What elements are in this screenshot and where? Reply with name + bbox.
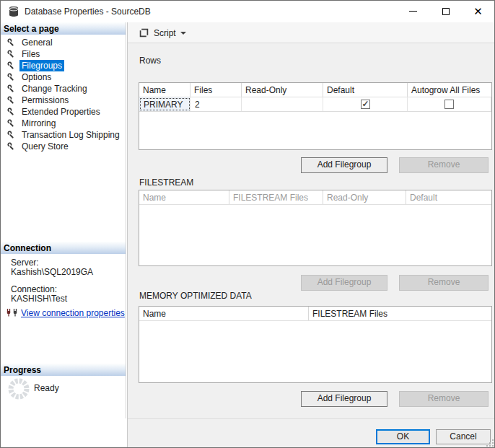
sidebar-item-label: Transaction Log Shipping <box>19 129 122 141</box>
script-icon <box>139 27 149 38</box>
column-header-files: Files <box>190 83 242 97</box>
column-header-name: Name <box>139 83 190 97</box>
sidebar-item-query-store[interactable]: Query Store <box>1 141 126 152</box>
progress-status: Ready <box>34 383 59 393</box>
column-header-name: Name <box>139 307 309 320</box>
files-count-cell[interactable]: 2 <box>190 97 242 111</box>
server-value: Kashish\SQL2019GA <box>11 267 93 277</box>
filestream-remove-button[interactable]: Remove <box>399 275 489 291</box>
wrench-icon <box>7 96 16 105</box>
select-a-page-header: Select a page <box>1 22 126 35</box>
rows-section-label: Rows <box>139 56 161 66</box>
footer-divider <box>128 418 495 419</box>
wrench-icon <box>7 50 16 58</box>
title-bar: Database Properties - SourceDB ✕ <box>1 1 494 22</box>
script-button-label: Script <box>154 28 176 38</box>
sidebar-item-change-tracking[interactable]: Change Tracking <box>1 83 126 95</box>
rows-remove-button[interactable]: Remove <box>399 157 489 173</box>
memory-table-header: Name FILESTREAM Files <box>139 307 491 321</box>
main-panel: Script Rows Name Files Read-Only Default… <box>127 22 495 448</box>
server-label: Server: <box>11 258 39 268</box>
sidebar-item-label: Extended Properties <box>19 106 102 118</box>
read-only-cell[interactable] <box>242 97 323 111</box>
sidebar-item-general[interactable]: General <box>1 37 126 48</box>
connection-header: Connection <box>1 242 126 254</box>
memory-add-filegroup-button[interactable]: Add Filegroup <box>301 391 387 407</box>
connection-value: KASHISH\Test <box>11 294 67 304</box>
column-header-filestream-files: FILESTREAM Files <box>229 190 323 204</box>
column-header-default: Default <box>406 190 491 204</box>
progress-spinner-icon <box>6 377 31 401</box>
default-checkbox[interactable] <box>361 100 370 109</box>
autogrow-all-files-checkbox[interactable] <box>444 100 454 109</box>
wrench-icon <box>7 84 16 93</box>
rows-table: Name Files Read-Only Default Autogrow Al… <box>139 82 492 150</box>
column-header-read-only: Read-Only <box>323 190 406 204</box>
connection-label: Connection: <box>11 284 57 294</box>
rows-add-filegroup-button[interactable]: Add Filegroup <box>301 157 387 173</box>
memory-optimized-table: Name FILESTREAM Files <box>139 306 492 383</box>
sidebar-item-mirroring[interactable]: Mirroring <box>1 118 126 129</box>
column-header-default: Default <box>323 83 408 97</box>
ok-button[interactable]: OK <box>376 429 430 444</box>
sidebar-item-label: Query Store <box>19 141 71 152</box>
memory-optimized-section-label: MEMORY OPTIMIZED DATA <box>139 291 252 301</box>
sidebar-item-label: Change Tracking <box>19 83 89 95</box>
sidebar: Select a page General Files Filegroups O… <box>1 22 126 418</box>
close-icon: ✕ <box>473 6 483 17</box>
window-title: Database Properties - SourceDB <box>25 6 151 17</box>
sidebar-item-label: Mirroring <box>19 118 58 129</box>
maximize-button[interactable] <box>429 1 462 22</box>
connection-properties-icon <box>6 308 19 318</box>
column-header-read-only: Read-Only <box>242 83 323 97</box>
wrench-icon <box>7 107 16 116</box>
wrench-icon <box>7 73 16 82</box>
sidebar-item-label: General <box>19 37 55 48</box>
cancel-button[interactable]: Cancel <box>436 429 491 444</box>
database-icon <box>8 6 19 17</box>
view-connection-properties-link[interactable]: View connection properties <box>21 308 125 318</box>
column-header-name: Name <box>139 190 229 204</box>
script-button[interactable]: Script <box>133 25 192 41</box>
filestream-add-filegroup-button[interactable]: Add Filegroup <box>301 275 387 291</box>
sidebar-item-transaction-log-shipping[interactable]: Transaction Log Shipping <box>1 129 126 141</box>
wrench-icon <box>7 38 16 47</box>
sidebar-item-label: Files <box>19 48 42 60</box>
database-properties-dialog: Database Properties - SourceDB ✕ Select … <box>0 0 495 448</box>
sidebar-item-options[interactable]: Options <box>1 71 126 83</box>
default-cell <box>323 97 408 111</box>
sidebar-item-label: Options <box>19 71 53 83</box>
toolbar: Script <box>128 22 495 43</box>
sidebar-item-extended-properties[interactable]: Extended Properties <box>1 106 126 118</box>
resize-grip[interactable] <box>486 439 494 447</box>
minimize-icon <box>409 11 417 12</box>
rows-table-header: Name Files Read-Only Default Autogrow Al… <box>139 83 491 97</box>
column-header-autogrow: Autogrow All Files <box>408 83 491 97</box>
column-header-filestream-files: FILESTREAM Files <box>309 307 491 320</box>
wrench-icon <box>7 119 16 128</box>
memory-remove-button[interactable]: Remove <box>399 391 489 407</box>
table-row-primary: PRIMARY 2 <box>139 97 491 112</box>
sidebar-item-files[interactable]: Files <box>1 48 126 60</box>
wrench-icon <box>7 61 16 70</box>
autogrow-cell <box>408 97 491 111</box>
filestream-table: Name FILESTREAM Files Read-Only Default <box>139 190 492 266</box>
sidebar-item-permissions[interactable]: Permissions <box>1 95 126 106</box>
wrench-icon <box>7 131 16 139</box>
filegroup-name-cell[interactable]: PRIMARY <box>139 97 190 111</box>
progress-header: Progress <box>1 364 126 376</box>
filestream-section-label: FILESTREAM <box>139 177 193 188</box>
wrench-icon <box>7 142 16 151</box>
sidebar-item-label: Permissions <box>19 95 71 106</box>
sidebar-item-label: Filegroups <box>19 60 64 71</box>
sidebar-item-filegroups[interactable]: Filegroups <box>1 60 126 71</box>
close-button[interactable]: ✕ <box>462 1 494 22</box>
minimize-button[interactable] <box>397 1 429 22</box>
maximize-icon <box>442 8 450 15</box>
chevron-down-icon <box>180 32 186 35</box>
filestream-table-header: Name FILESTREAM Files Read-Only Default <box>139 190 491 205</box>
